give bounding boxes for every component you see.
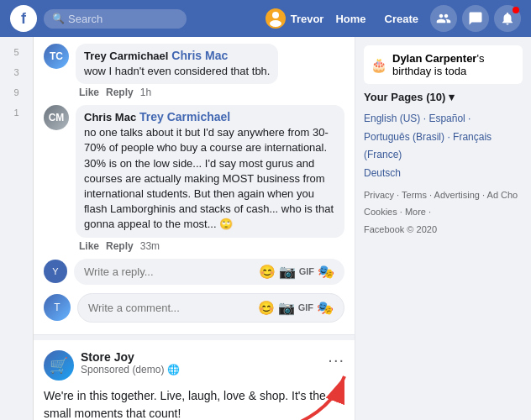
post-page-info: Store Joy Sponsored (demo) 🌐: [81, 350, 321, 375]
store-joy-avatar: 🛒: [44, 350, 74, 381]
post-more-button[interactable]: ···: [328, 350, 344, 370]
friends-icon-button[interactable]: [430, 5, 457, 32]
post-sponsored-label: Sponsored (demo) 🌐: [81, 364, 321, 375]
comment-input-row: T 😊 📷 GIF 🎭: [44, 288, 344, 328]
comment-chris-text: no one talks about it but I'd say anywhe…: [84, 125, 336, 232]
terms-link[interactable]: Terms: [402, 190, 427, 200]
navbar-right: Trevor Home Create: [266, 5, 521, 32]
birthday-icon: 🎂: [371, 57, 387, 73]
lang-deutsch[interactable]: Deutsch: [364, 167, 401, 179]
comment-gif-icon[interactable]: GIF: [298, 302, 313, 312]
gif-icon[interactable]: GIF: [299, 266, 314, 276]
notifications-icon-button[interactable]: [494, 5, 521, 32]
pages-title[interactable]: Your Pages (10) ▾: [364, 91, 523, 103]
create-nav-link[interactable]: Create: [378, 9, 425, 29]
sidebar-num-5: 5: [10, 44, 22, 60]
lang-espanol[interactable]: Español: [428, 113, 465, 124]
nav-user: Trevor: [266, 8, 324, 29]
reply-input[interactable]: [84, 265, 254, 278]
post-text: We're in this together. Live, laugh, lov…: [44, 387, 344, 421]
comment-chris-bubble: Chris Mac Trey Carmichael no one talks a…: [76, 105, 344, 237]
privacy-link[interactable]: Privacy: [364, 190, 394, 200]
user-name-label: Trevor: [291, 13, 324, 25]
chris-reply-button[interactable]: Reply: [106, 240, 134, 252]
privacy-links: Privacy · Terms · Advertising · Ad Cho C…: [364, 187, 523, 221]
comment-trey-text: wow I hadn't even considered that tbh.: [84, 64, 270, 79]
trey-comment-time: 1h: [140, 87, 151, 98]
comment-trey-author[interactable]: Trey Carmichael: [84, 50, 168, 62]
language-links: English (US) · Español · Português (Bras…: [364, 110, 523, 182]
comment-trey-mention[interactable]: Chris Mac: [171, 49, 228, 62]
messenger-icon-button[interactable]: [462, 5, 489, 32]
post-page-name[interactable]: Store Joy: [81, 350, 321, 364]
right-sidebar: 🎂 Dylan Carpenter's birthday is toda You…: [355, 37, 531, 420]
reply-input-avatar: Y: [44, 260, 67, 283]
pages-section: Your Pages (10) ▾: [364, 91, 523, 103]
birthday-notice: 🎂 Dylan Carpenter's birthday is toda: [364, 45, 523, 84]
notification-badge: [513, 7, 519, 13]
left-sidebar: 5 3 9 1: [0, 37, 34, 420]
avatar-chris: CM: [44, 105, 69, 130]
chris-comment-time: 33m: [140, 240, 160, 252]
adcho-link[interactable]: Ad Cho: [487, 190, 518, 200]
comment-trey-actions: Like Reply 1h: [79, 87, 278, 98]
cookies-link[interactable]: Cookies: [364, 207, 397, 217]
trey-like-button[interactable]: Like: [79, 87, 99, 98]
search-input[interactable]: [68, 13, 177, 25]
birthday-text: Dylan Carpenter's birthday is toda: [392, 52, 516, 77]
comment-chris: CM Chris Mac Trey Carmichael no one talk…: [44, 105, 344, 251]
comment-input-icons: 😊 📷 GIF 🎭: [258, 300, 334, 316]
feed: TC Trey Carmichael Chris Mac wow I hadn'…: [34, 37, 355, 420]
main-layout: 5 3 9 1 TC Trey Carmichael Chris Mac wow…: [0, 37, 531, 420]
comment-trey-bubble: Trey Carmichael Chris Mac wow I hadn't e…: [76, 44, 278, 84]
comment-chris-mention[interactable]: Trey Carmichael: [139, 110, 230, 123]
comment-input-avatar: T: [44, 294, 71, 321]
navbar-left: f 🔍: [10, 5, 187, 32]
sponsored-post: 🛒 Store Joy Sponsored (demo) 🌐 ··· We're…: [34, 340, 355, 421]
avatar-trey: TC: [44, 44, 69, 69]
trey-reply-button[interactable]: Reply: [106, 87, 134, 98]
comment-chris-content: Chris Mac Trey Carmichael no one talks a…: [76, 105, 344, 251]
chris-like-button[interactable]: Like: [79, 240, 99, 252]
comment-input[interactable]: [88, 302, 253, 314]
emoji-icon[interactable]: 😊: [259, 264, 276, 280]
lang-english[interactable]: English (US): [364, 113, 420, 124]
three-dots-icon[interactable]: ···: [328, 350, 344, 370]
photo-icon[interactable]: 📷: [279, 264, 296, 280]
comment-input-box[interactable]: 😊 📷 GIF 🎭: [77, 293, 344, 323]
comment-sticker-icon[interactable]: 🎭: [317, 300, 334, 316]
copyright-text: Facebook © 2020: [364, 224, 523, 234]
reply-input-row: Y 😊 📷 GIF 🎭: [44, 259, 344, 285]
comment-chris-actions: Like Reply 33m: [79, 240, 344, 252]
more-link[interactable]: More: [405, 207, 426, 217]
sticker-icon[interactable]: 🎭: [318, 264, 334, 280]
comment-chris-author[interactable]: Chris Mac: [84, 111, 136, 123]
comment-trey-content: Trey Carmichael Chris Mac wow I hadn't e…: [76, 44, 278, 98]
comment-section: TC Trey Carmichael Chris Mac wow I hadn'…: [34, 37, 355, 335]
svg-point-1: [270, 20, 281, 27]
chevron-down-icon: ▾: [449, 91, 455, 103]
reply-input-box[interactable]: 😊 📷 GIF 🎭: [74, 259, 344, 285]
reply-input-icons: 😊 📷 GIF 🎭: [259, 264, 334, 280]
comment-trey: TC Trey Carmichael Chris Mac wow I hadn'…: [44, 44, 344, 98]
sidebar-num-1: 1: [10, 104, 22, 121]
globe-icon: 🌐: [167, 364, 180, 375]
facebook-logo[interactable]: f: [10, 5, 37, 32]
advertising-link[interactable]: Advertising: [434, 190, 480, 200]
svg-point-0: [272, 12, 279, 18]
comment-photo-icon[interactable]: 📷: [278, 300, 295, 316]
lang-portugues[interactable]: Português (Brasil): [364, 131, 444, 143]
search-icon: 🔍: [52, 13, 65, 24]
post-header: 🛒 Store Joy Sponsored (demo) 🌐 ···: [44, 350, 344, 381]
sidebar-num-3: 3: [10, 64, 22, 81]
search-bar[interactable]: 🔍: [44, 9, 187, 29]
sidebar-num-9: 9: [10, 84, 22, 101]
avatar: [266, 8, 286, 29]
home-nav-link[interactable]: Home: [329, 9, 372, 29]
comment-emoji-icon[interactable]: 😊: [258, 300, 275, 316]
navbar: f 🔍 Trevor Home Create: [0, 0, 531, 37]
